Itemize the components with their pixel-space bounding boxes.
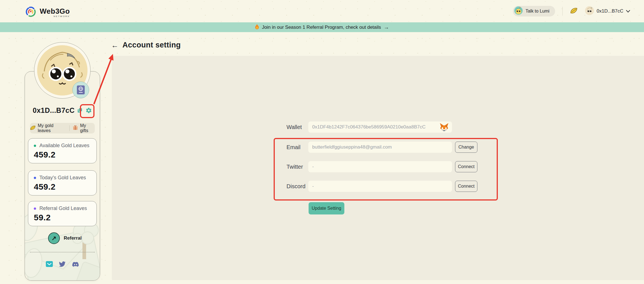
- tab-my-gold-leaves[interactable]: My gold leaves: [30, 123, 66, 133]
- twitter-input[interactable]: [308, 161, 452, 172]
- talk-to-lumi-label: Talk to Lumi: [525, 9, 549, 14]
- discord-input[interactable]: [308, 181, 452, 192]
- tab-label: My gifts: [80, 123, 95, 133]
- dashed-divider: [30, 252, 95, 252]
- change-email-button[interactable]: Change: [455, 142, 477, 153]
- stat-head: Today's Gold Leaves: [34, 175, 96, 181]
- gold-leaf-icon[interactable]: [570, 7, 578, 16]
- header-right: Talk to Lumi: [513, 0, 630, 22]
- gold-leaf-icon: [30, 125, 36, 132]
- account-avatar: [585, 6, 594, 16]
- connect-twitter-button[interactable]: Connect: [455, 161, 477, 172]
- account-settings-gear-icon[interactable]: [86, 107, 92, 114]
- discord-icon[interactable]: [72, 261, 79, 267]
- discord-row: Discord Connect: [287, 181, 499, 192]
- account-menu[interactable]: 0x1D...B7cC: [585, 6, 630, 16]
- page-title: Account setting: [122, 41, 181, 49]
- email-input[interactable]: [308, 142, 452, 153]
- web3go-logo[interactable]: Web3Go NETWORK: [25, 6, 70, 19]
- wallet-label: Wallet: [287, 124, 308, 130]
- page-title-row: ← Account setting: [111, 41, 181, 49]
- account-address: 0x1D...B7cC: [597, 8, 623, 14]
- stat-value: 459.2: [34, 150, 96, 159]
- wallet-address-short: 0x1D...B7cC: [33, 106, 75, 114]
- logo-subtitle: NETWORK: [54, 15, 70, 18]
- stat-card-referral: Referral Gold Leaves 59.2: [28, 201, 97, 226]
- referral-label: Referral: [64, 235, 82, 241]
- metamask-icon: [440, 123, 449, 132]
- referral-arrow-icon: ↗: [48, 232, 60, 244]
- stat-label: Referral Gold Leaves: [39, 206, 87, 211]
- wallet-input-wrap: [308, 121, 452, 133]
- discord-label: Discord: [287, 183, 308, 190]
- wallet-row: Wallet: [287, 121, 499, 133]
- stat-label: Available Gold Leaves: [39, 143, 89, 149]
- mail-icon[interactable]: [46, 261, 53, 267]
- talk-to-lumi-button[interactable]: Talk to Lumi: [513, 6, 555, 16]
- back-arrow-button[interactable]: ←: [111, 42, 119, 49]
- email-label: Email: [287, 144, 308, 151]
- stat-value: 459.2: [34, 182, 96, 192]
- tab-divider: [69, 125, 70, 131]
- referral-link[interactable]: ↗ Referral: [48, 232, 82, 244]
- web3go-logo-icon: [25, 6, 37, 19]
- tab-my-gifts[interactable]: My gifts: [73, 123, 95, 133]
- copy-address-icon[interactable]: [77, 108, 83, 113]
- email-row: Email Change: [287, 142, 499, 153]
- stat-head: Referral Gold Leaves: [34, 206, 96, 211]
- stat-label: Today's Gold Leaves: [39, 175, 86, 181]
- gift-icon: [73, 125, 78, 132]
- blue-dot-icon: [34, 177, 36, 179]
- passport-badge: [72, 82, 89, 98]
- chevron-down-icon: [626, 9, 630, 14]
- header: Web3Go NETWORK Talk to Lumi: [0, 0, 644, 22]
- twitter-row: Twitter Connect: [287, 161, 499, 172]
- connect-discord-button[interactable]: Connect: [455, 181, 477, 192]
- update-setting-button[interactable]: Update Setting: [309, 202, 344, 214]
- stat-card-today: Today's Gold Leaves 459.2: [28, 170, 97, 195]
- social-links: [25, 261, 100, 267]
- lumi-avatar: [514, 6, 523, 16]
- green-dot-icon: [34, 145, 36, 147]
- purple-dot-icon: [34, 207, 36, 210]
- sidebar-tabs: My gold leaves My gifts: [30, 123, 95, 133]
- header-divider: [562, 7, 563, 16]
- wallet-input[interactable]: [308, 121, 452, 133]
- page: Web3Go NETWORK Talk to Lumi: [0, 0, 644, 284]
- account-settings-form: Wallet Email: [287, 121, 499, 216]
- twitter-icon[interactable]: [59, 261, 66, 267]
- banner-text: Join in our Season 1 Referral Program, c…: [262, 25, 381, 30]
- banner-arrow-icon: →: [384, 24, 389, 30]
- referral-program-banner[interactable]: Join in our Season 1 Referral Program, c…: [0, 22, 644, 32]
- logo-text: Web3Go NETWORK: [40, 7, 70, 18]
- tab-label: My gold leaves: [38, 123, 66, 133]
- flame-icon: [255, 24, 259, 31]
- address-row: 0x1D...B7cC: [25, 106, 100, 114]
- stat-value: 59.2: [34, 213, 96, 222]
- twitter-label: Twitter: [287, 164, 308, 170]
- passport-icon: [77, 85, 85, 95]
- stat-card-available: Available Gold Leaves 459.2: [28, 138, 97, 163]
- logo-name: Web3Go: [40, 7, 70, 16]
- profile-sidebar: 0x1D...B7cC: [25, 71, 100, 281]
- stat-head: Available Gold Leaves: [34, 143, 96, 149]
